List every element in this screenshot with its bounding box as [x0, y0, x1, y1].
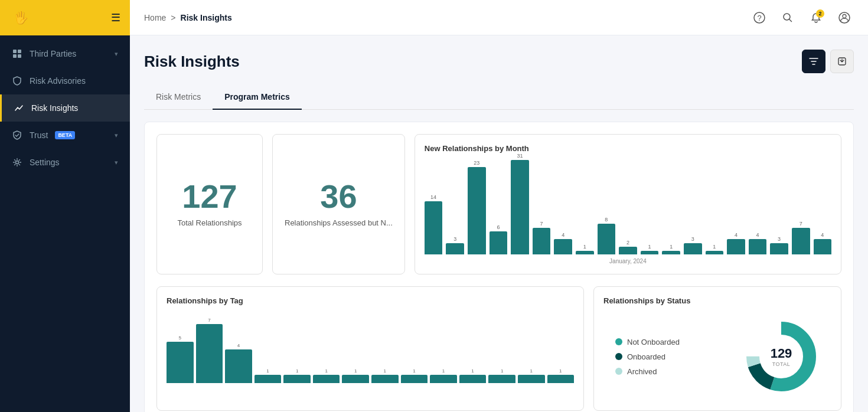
- tag-bar-group: 1: [488, 368, 515, 383]
- bar: [446, 243, 464, 254]
- notifications-icon[interactable]: 2: [807, 8, 825, 27]
- legend-onboarded: Onboarded: [615, 352, 680, 361]
- page-title: Risk Insights: [144, 53, 240, 71]
- tab-program-metrics[interactable]: Program Metrics: [213, 85, 301, 110]
- bar-value-label: 6: [497, 224, 500, 230]
- relationships-by-tag-card: Relationships by Tag 57411111111111: [156, 286, 584, 411]
- new-relationships-chart: New Relationships by Month 1432363174182…: [415, 134, 841, 274]
- total-relationships-card: 127 Total Relationships: [156, 134, 263, 274]
- sidebar-item-third-parties[interactable]: Third Parties ▾: [0, 40, 130, 67]
- bar-value-label: 14: [430, 194, 436, 200]
- tag-bar-group: 4: [225, 343, 252, 383]
- legend-dot-not-onboarded: [615, 338, 622, 345]
- topbar: Home > Risk Insights ? 2: [130, 0, 868, 35]
- bar-group: 4: [554, 232, 572, 254]
- tag-bar-value-label: 4: [237, 343, 240, 348]
- search-icon[interactable]: [778, 8, 797, 27]
- donut-legend: Not Onboarded Onboarded Archived: [615, 338, 680, 376]
- donut-total-label: TOTAL: [771, 361, 792, 367]
- tag-bar-group: 1: [401, 368, 428, 383]
- sidebar-navigation: Third Parties ▾ Risk Advisories Risk Ins…: [0, 35, 130, 412]
- status-chart-title: Relationships by Status: [603, 296, 831, 305]
- svg-rect-5: [18, 54, 21, 58]
- bar-group: 7: [533, 221, 551, 254]
- bar-value-label: 2: [626, 240, 629, 246]
- chevron-icon: ▾: [115, 50, 118, 58]
- legend-label-archived: Archived: [627, 367, 657, 376]
- donut-chart: 129 TOTAL: [743, 318, 820, 395]
- tag-bar-group: 1: [371, 368, 399, 383]
- bar-value-label: 4: [562, 232, 564, 238]
- tag-bar: [401, 375, 428, 383]
- bar: [662, 251, 680, 254]
- bar: [598, 224, 616, 254]
- legend-label-onboarded: Onboarded: [627, 352, 665, 361]
- bottom-stats-row: Relationships by Tag 57411111111111 Rela…: [156, 286, 841, 411]
- bar-value-label: 7: [540, 221, 543, 227]
- tag-bar-group: 5: [167, 335, 194, 383]
- total-relationships-number: 127: [182, 180, 237, 213]
- bar-value-label: 3: [691, 236, 694, 242]
- bar-group: 7: [792, 221, 810, 254]
- bar-value-label: 4: [756, 232, 759, 238]
- sidebar-item-label: Third Parties: [30, 49, 76, 58]
- sidebar: 🖐 ☰ Third Parties ▾ Risk Advisories: [0, 0, 130, 412]
- sidebar-item-label: Trust: [30, 130, 48, 140]
- logo-icon: 🖐: [9, 6, 32, 29]
- breadcrumb-current: Risk Insights: [181, 13, 232, 22]
- breadcrumb-separator: >: [171, 13, 175, 22]
- svg-point-11: [843, 14, 846, 18]
- user-avatar[interactable]: [835, 8, 854, 27]
- sidebar-item-settings[interactable]: Settings ▾: [0, 149, 130, 176]
- topbar-icons: ? 2: [750, 8, 854, 27]
- bar: [468, 167, 486, 254]
- bar-group: 1: [706, 244, 724, 254]
- tag-chart-title: Relationships by Tag: [167, 296, 574, 305]
- tag-bar-value-label: 1: [266, 368, 269, 374]
- bar-group: 23: [468, 160, 486, 254]
- donut-total-number: 129: [771, 346, 792, 361]
- grid-icon: [12, 48, 22, 59]
- breadcrumb-home[interactable]: Home: [144, 13, 166, 22]
- tab-risk-metrics[interactable]: Risk Metrics: [144, 85, 213, 110]
- menu-icon[interactable]: ☰: [111, 11, 120, 24]
- dashboard-cards: 127 Total Relationships 36 Relationships…: [144, 122, 854, 412]
- bar: [706, 251, 724, 254]
- sidebar-item-trust[interactable]: Trust BETA ▾: [0, 122, 130, 149]
- tag-bar-group: 1: [283, 368, 311, 383]
- tag-bar: [254, 375, 282, 383]
- sidebar-item-risk-insights[interactable]: Risk Insights: [0, 94, 130, 122]
- legend-not-onboarded: Not Onboarded: [615, 338, 680, 346]
- tag-bar-value-label: 1: [354, 368, 357, 374]
- tag-bar-value-label: 1: [296, 368, 298, 374]
- bar-value-label: 1: [648, 244, 651, 250]
- filter-button[interactable]: [802, 50, 825, 73]
- bar: [684, 243, 702, 254]
- bar: [533, 228, 551, 254]
- svg-point-6: [16, 161, 19, 164]
- export-button[interactable]: [830, 50, 854, 73]
- bar-value-label: 8: [605, 217, 608, 223]
- tag-bar: [283, 375, 311, 383]
- help-icon[interactable]: ?: [750, 8, 769, 27]
- bar-group: 4: [814, 232, 832, 254]
- tag-bar-chart: 57411111111111: [167, 312, 574, 383]
- bar-value-label: 3: [453, 236, 456, 242]
- tag-bar-group: 1: [313, 368, 340, 383]
- svg-rect-3: [18, 50, 21, 53]
- assessed-relationships-label: Relationships Assessed but N...: [285, 218, 393, 228]
- bar-value-label: 4: [735, 232, 738, 238]
- svg-rect-4: [13, 54, 17, 58]
- bar: [554, 239, 572, 254]
- bar-group: 31: [511, 153, 529, 254]
- bar-group: 6: [490, 224, 508, 254]
- bar: [727, 239, 745, 254]
- page-content: Risk Insights Risk Metrics Program Metri…: [130, 35, 868, 412]
- tag-bar-value-label: 1: [501, 368, 503, 374]
- legend-dot-onboarded: [615, 353, 622, 360]
- bar-group: 14: [425, 194, 443, 254]
- chart-x-label: January, 2024: [425, 258, 831, 264]
- tag-bar-group: 7: [196, 318, 223, 383]
- bar-group: 3: [684, 236, 702, 254]
- sidebar-item-risk-advisories[interactable]: Risk Advisories: [0, 67, 130, 94]
